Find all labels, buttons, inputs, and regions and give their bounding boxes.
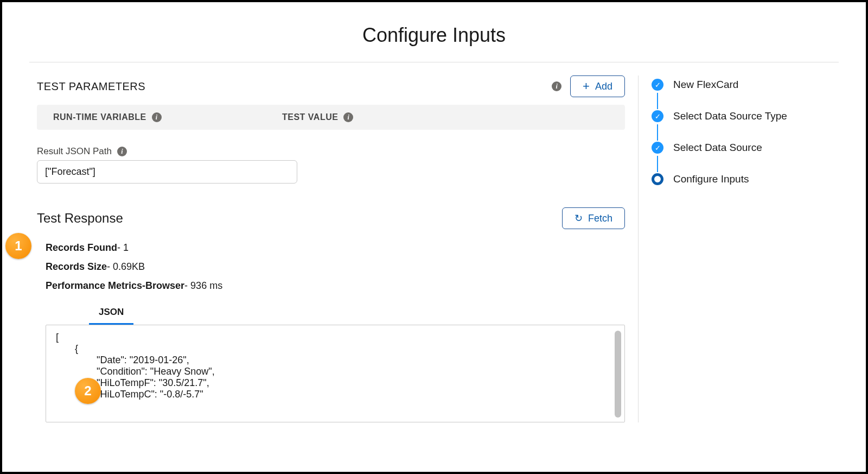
step-label: Select Data Source Type [673, 110, 787, 122]
result-json-path-label-text: Result JSON Path [37, 146, 112, 157]
plus-icon: + [583, 80, 590, 92]
fetch-button-label: Fetch [588, 213, 612, 224]
records-found-metric: Records Found- 1 [46, 242, 625, 254]
test-response-title: Test Response [37, 211, 123, 226]
test-parameters-title: TEST PARAMETERS [37, 80, 145, 93]
result-json-path-label: Result JSON Path i [37, 146, 625, 157]
stepper-list: ✓ New FlexCard ✓ Select Data Source Type… [652, 75, 839, 185]
column-test-value: TEST VALUE i [282, 112, 353, 122]
test-response-header: Test Response ↻ Fetch [37, 207, 625, 229]
check-icon: ✓ [652, 79, 663, 91]
add-button-label: Add [595, 81, 612, 92]
records-found-label: Records Found [46, 242, 117, 253]
column-runtime-variable-label: RUN-TIME VARIABLE [53, 112, 146, 122]
performance-label: Performance Metrics-Browser [46, 280, 184, 291]
scrollbar[interactable] [615, 331, 621, 418]
fetch-button[interactable]: ↻ Fetch [562, 207, 625, 229]
info-icon[interactable]: i [343, 112, 353, 122]
parameters-table-header: RUN-TIME VARIABLE i TEST VALUE i [37, 105, 625, 130]
response-metrics: Records Found- 1 Records Size- 0.69KB Pe… [46, 242, 625, 292]
main-column: 1 2 TEST PARAMETERS i + Add RUN-TIME VAR… [29, 75, 638, 422]
records-found-value: - 1 [117, 242, 129, 253]
performance-metric: Performance Metrics-Browser- 936 ms [46, 280, 625, 292]
test-parameters-header: TEST PARAMETERS i + Add [29, 75, 625, 97]
info-icon[interactable]: i [117, 147, 127, 156]
result-json-path-input[interactable] [37, 160, 297, 184]
step-new-flexcard[interactable]: ✓ New FlexCard [652, 79, 839, 110]
callout-badge-2: 2 [75, 378, 101, 404]
content-wrapper: 1 2 TEST PARAMETERS i + Add RUN-TIME VAR… [29, 75, 839, 422]
step-label: Configure Inputs [673, 173, 749, 185]
records-size-metric: Records Size- 0.69KB [46, 261, 625, 273]
step-label: Select Data Source [673, 142, 762, 154]
info-icon[interactable]: i [552, 81, 561, 91]
add-button[interactable]: + Add [570, 75, 625, 97]
step-select-data-source[interactable]: ✓ Select Data Source [652, 142, 839, 173]
callout-badge-1: 1 [5, 233, 31, 259]
wizard-stepper: ✓ New FlexCard ✓ Select Data Source Type… [638, 75, 839, 422]
divider [29, 62, 839, 62]
step-configure-inputs[interactable]: Configure Inputs [652, 173, 839, 185]
json-response-viewer[interactable]: [ { "Date": "2019-01-26", "Condition": "… [46, 325, 625, 422]
current-step-icon [652, 173, 663, 185]
step-label: New FlexCard [673, 79, 738, 91]
performance-value: - 936 ms [184, 280, 222, 291]
check-icon: ✓ [652, 142, 663, 154]
result-json-path-field: Result JSON Path i [37, 146, 625, 184]
check-icon: ✓ [652, 110, 663, 122]
info-icon[interactable]: i [152, 112, 162, 122]
refresh-icon: ↻ [575, 212, 583, 224]
response-tabs: JSON [89, 302, 625, 325]
test-parameters-actions: i + Add [552, 75, 625, 97]
records-size-value: - 0.69KB [107, 261, 145, 272]
column-runtime-variable: RUN-TIME VARIABLE i [53, 112, 276, 122]
records-size-label: Records Size [46, 261, 107, 272]
tab-json[interactable]: JSON [89, 302, 133, 325]
step-select-data-source-type[interactable]: ✓ Select Data Source Type [652, 110, 839, 142]
column-test-value-label: TEST VALUE [282, 112, 338, 122]
page-title: Configure Inputs [29, 24, 839, 47]
